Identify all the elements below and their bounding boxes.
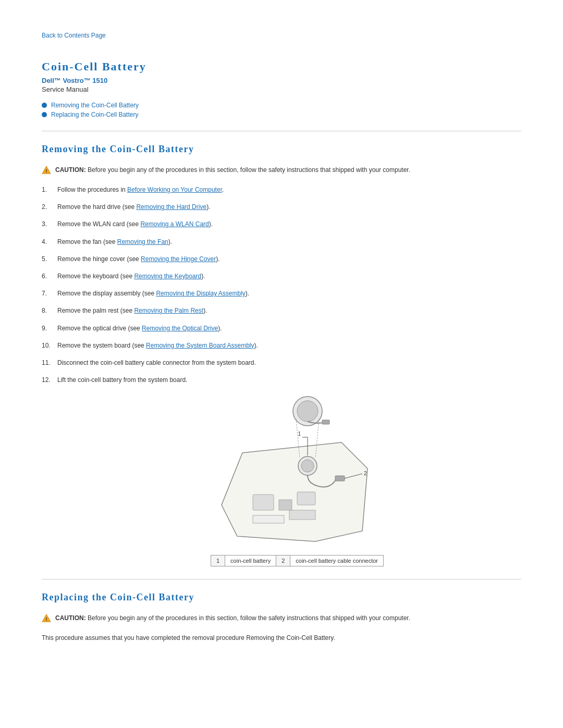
divider-2 bbox=[42, 579, 521, 579]
back-to-contents-link[interactable]: Back to Contents Page bbox=[42, 32, 106, 39]
removing-steps-list: Follow the procedures in Before Working … bbox=[42, 185, 521, 385]
step-10-link[interactable]: Removing the System Board Assembly bbox=[146, 342, 254, 349]
svg-rect-10 bbox=[335, 476, 345, 481]
replacing-intro-text: This procedure assumes that you have com… bbox=[42, 633, 521, 643]
part-num-2: 2 bbox=[276, 556, 290, 566]
svg-marker-2 bbox=[222, 442, 368, 541]
svg-rect-16 bbox=[322, 420, 329, 424]
step-5: Remove the hinge cover (see Removing the… bbox=[42, 254, 521, 264]
manual-type: Service Manual bbox=[42, 85, 521, 93]
toc-item-removing: Removing the Coin-Cell Battery bbox=[42, 102, 521, 109]
caution-box-replacing: ! CAUTION: Before you begin any of the p… bbox=[42, 613, 521, 623]
svg-point-15 bbox=[297, 401, 318, 422]
caution-body-text: Before you begin any of the procedures i… bbox=[88, 166, 410, 174]
caution-box-removing: ! CAUTION: Before you begin any of the p… bbox=[42, 165, 521, 175]
caution-body-replacing-text: Before you begin any of the procedures i… bbox=[88, 614, 410, 622]
svg-point-9 bbox=[301, 460, 314, 472]
removing-section: Removing the Coin-Cell Battery ! CAUTION… bbox=[42, 144, 521, 566]
caution-text-removing: CAUTION: Before you begin any of the pro… bbox=[55, 165, 410, 175]
svg-text:!: ! bbox=[45, 168, 47, 174]
toc-item-replacing: Replacing the Coin-Cell Battery bbox=[42, 111, 521, 118]
step-9-link[interactable]: Removing the Optical Drive bbox=[142, 325, 218, 332]
step-6: Remove the keyboard (see Removing the Ke… bbox=[42, 272, 521, 281]
svg-text:!: ! bbox=[45, 616, 47, 622]
caution-icon: ! bbox=[42, 165, 51, 175]
svg-rect-7 bbox=[289, 510, 315, 520]
removing-section-title: Removing the Coin-Cell Battery bbox=[42, 144, 521, 155]
parts-table-row-1: 1 coin-cell battery 2 coin-cell battery … bbox=[211, 556, 383, 566]
step-5-link[interactable]: Removing the Hinge Cover bbox=[141, 255, 216, 263]
step-4: Remove the fan (see Removing the Fan). bbox=[42, 237, 521, 247]
step-12: Lift the coin-cell battery from the syst… bbox=[42, 375, 521, 385]
step-11: Disconnect the coin-cell battery cable c… bbox=[42, 358, 521, 368]
diagram-svg: 1 2 bbox=[206, 396, 388, 547]
toc-bullet bbox=[42, 112, 47, 117]
diagram-container: 1 2 1 bbox=[73, 396, 521, 566]
svg-rect-3 bbox=[253, 495, 274, 510]
step-3: Remove the WLAN card (see Removing a WLA… bbox=[42, 219, 521, 229]
caution-icon-replacing: ! bbox=[42, 613, 51, 623]
part-num-1: 1 bbox=[211, 556, 225, 566]
svg-rect-5 bbox=[297, 492, 315, 505]
step-2: Remove the hard drive (see Removing the … bbox=[42, 202, 521, 212]
toc-link-replacing[interactable]: Replacing the Coin-Cell Battery bbox=[51, 111, 138, 118]
page-title: Coin-Cell Battery bbox=[42, 60, 521, 73]
product-name: Dell™ Vostro™ 1510 bbox=[42, 77, 521, 84]
step-6-link[interactable]: Removing the Keyboard bbox=[134, 273, 201, 280]
parts-table: 1 coin-cell battery 2 coin-cell battery … bbox=[211, 555, 384, 566]
svg-text:2: 2 bbox=[364, 471, 367, 476]
step-9: Remove the optical drive (see Removing t… bbox=[42, 324, 521, 334]
svg-rect-4 bbox=[279, 500, 292, 510]
step-1: Follow the procedures in Before Working … bbox=[42, 185, 521, 195]
step-2-link[interactable]: Removing the Hard Drive bbox=[136, 203, 206, 211]
svg-rect-6 bbox=[253, 515, 284, 523]
step-10: Remove the system board (see Removing th… bbox=[42, 341, 521, 351]
table-of-contents: Removing the Coin-Cell Battery Replacing… bbox=[42, 102, 521, 118]
step-3-link[interactable]: Removing a WLAN Card bbox=[140, 220, 209, 228]
toc-link-removing[interactable]: Removing the Coin-Cell Battery bbox=[51, 102, 139, 109]
step-1-link[interactable]: Before Working on Your Computer bbox=[127, 186, 222, 193]
caution-label-replacing: CAUTION: bbox=[55, 614, 86, 622]
svg-text:1: 1 bbox=[298, 431, 301, 437]
part-label-2: coin-cell battery cable connector bbox=[290, 556, 384, 566]
toc-bullet bbox=[42, 103, 47, 108]
caution-label: CAUTION: bbox=[55, 166, 86, 174]
step-7: Remove the display assembly (see Removin… bbox=[42, 289, 521, 299]
step-8-link[interactable]: Removing the Palm Rest bbox=[134, 307, 203, 314]
part-label-1: coin-cell battery bbox=[225, 556, 276, 566]
replacing-section: Replacing the Coin-Cell Battery ! CAUTIO… bbox=[42, 592, 521, 643]
replacing-section-title: Replacing the Coin-Cell Battery bbox=[42, 592, 521, 603]
caution-text-replacing: CAUTION: Before you begin any of the pro… bbox=[55, 613, 410, 623]
step-4-link[interactable]: Removing the Fan bbox=[117, 238, 168, 245]
step-8: Remove the palm rest (see Removing the P… bbox=[42, 306, 521, 316]
divider-1 bbox=[42, 131, 521, 131]
step-7-link[interactable]: Removing the Display Assembly bbox=[156, 290, 245, 297]
